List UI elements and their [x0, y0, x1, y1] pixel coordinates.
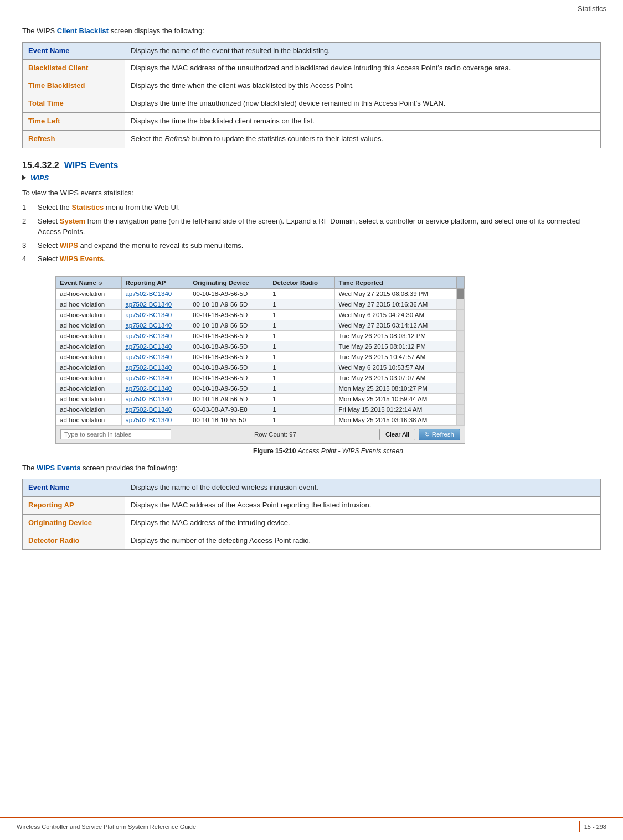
column-header-event-name[interactable]: Event Name⊙: [56, 277, 122, 288]
footer-page-number: 15 - 298: [584, 823, 606, 830]
footer-right: 15 - 298: [579, 818, 606, 832]
cell-0: ad-hoc-violation: [56, 393, 122, 404]
footer-divider: [579, 821, 580, 832]
cell-0: ad-hoc-violation: [56, 404, 122, 414]
column-header-time-reported[interactable]: Time Reported: [335, 277, 457, 288]
step-item: 2Select System from the navigation pane …: [22, 216, 601, 237]
cell-3: 1: [269, 393, 335, 404]
ap-link[interactable]: ap7502-BC1340: [122, 330, 189, 341]
cell-3: 1: [269, 330, 335, 341]
ap-link[interactable]: ap7502-BC1340: [122, 288, 189, 299]
ap-link[interactable]: ap7502-BC1340: [122, 320, 189, 330]
column-header-originating-device[interactable]: Originating Device: [189, 277, 269, 288]
wips-link-text[interactable]: WIPS: [30, 174, 49, 182]
ap-link[interactable]: ap7502-BC1340: [122, 414, 189, 425]
ap-link[interactable]: ap7502-BC1340: [122, 393, 189, 404]
table-row: ad-hoc-violationap7502-BC134000-10-18-A9…: [56, 383, 465, 393]
column-header-detector-radio[interactable]: Detector Radio: [269, 277, 335, 288]
cell-0: ad-hoc-violation: [56, 362, 122, 372]
table-row: ad-hoc-violationap7502-BC134000-10-18-A9…: [56, 330, 465, 341]
cell-2: 00-10-18-A9-56-5D: [189, 341, 269, 351]
cell-3: 1: [269, 383, 335, 393]
header-title: Statistics: [578, 4, 606, 13]
refresh-button[interactable]: ↻ Refresh: [419, 429, 460, 440]
step-item: 4Select WIPS Events.: [22, 253, 601, 265]
scrollbar-cell: [457, 341, 465, 351]
page-footer: Wireless Controller and Service Platform…: [0, 817, 623, 832]
cell-3: 1: [269, 372, 335, 383]
wips-events-table: Event NameDisplays the name of the detec…: [22, 479, 601, 549]
table-row: ad-hoc-violationap7502-BC134000-10-18-A9…: [56, 372, 465, 383]
ap-link[interactable]: ap7502-BC1340: [122, 404, 189, 414]
scrollbar-cell: [457, 404, 465, 414]
search-input[interactable]: [60, 429, 171, 439]
column-header-reporting-ap[interactable]: Reporting AP: [122, 277, 189, 288]
intro-paragraph: The WIPS Client Blacklist screen display…: [22, 25, 601, 37]
table-row: ad-hoc-violationap7502-BC134000-10-18-10…: [56, 414, 465, 425]
cell-4: Wed May 27 2015 10:16:36 AM: [335, 299, 457, 309]
cell-3: 1: [269, 414, 335, 425]
cell-4: Wed May 27 2015 03:14:12 AM: [335, 320, 457, 330]
cell-2: 00-10-18-A9-56-5D: [189, 288, 269, 299]
scrollbar-cell: [457, 383, 465, 393]
figure-caption: Figure 15-210 Access Point - WIPS Events…: [55, 447, 601, 455]
cell-3: 1: [269, 320, 335, 330]
cell-3: 1: [269, 341, 335, 351]
cell-4: Mon May 25 2015 08:10:27 PM: [335, 383, 457, 393]
cell-2: 00-10-18-A9-56-5D: [189, 320, 269, 330]
step-item: 3Select WIPS and expand the menu to reve…: [22, 240, 601, 251]
cell-2: 00-10-18-A9-56-5D: [189, 383, 269, 393]
ap-link[interactable]: ap7502-BC1340: [122, 299, 189, 309]
scrollbar-cell: [457, 351, 465, 362]
section-heading: 15.4.32.2 WIPS Events: [22, 160, 601, 170]
clear-all-button[interactable]: Clear All: [379, 429, 415, 440]
sort-icon[interactable]: ⊙: [98, 281, 102, 286]
scrollbar-header: [457, 277, 465, 288]
cell-2: 00-10-18-A9-56-5D: [189, 299, 269, 309]
cell-4: Tue May 26 2015 08:03:12 PM: [335, 330, 457, 341]
ap-link[interactable]: ap7502-BC1340: [122, 372, 189, 383]
ap-link[interactable]: ap7502-BC1340: [122, 309, 189, 320]
arrow-icon: [22, 175, 26, 180]
cell-3: 1: [269, 351, 335, 362]
cell-0: ad-hoc-violation: [56, 341, 122, 351]
client-blacklist-link[interactable]: Client Blacklist: [57, 27, 109, 35]
scrollbar-cell: [457, 320, 465, 330]
cell-0: ad-hoc-violation: [56, 351, 122, 362]
cell-3: 1: [269, 309, 335, 320]
wips-events-intro: The WIPS Events screen provides the foll…: [22, 463, 601, 474]
scrollbar-cell: [457, 330, 465, 341]
cell-3: 1: [269, 362, 335, 372]
ap-link[interactable]: ap7502-BC1340: [122, 341, 189, 351]
cell-2: 00-10-18-A9-56-5D: [189, 309, 269, 320]
table-row: ad-hoc-violationap7502-BC134060-03-08-A7…: [56, 404, 465, 414]
cell-2: 00-10-18-10-55-50: [189, 414, 269, 425]
cell-4: Tue May 26 2015 03:07:07 AM: [335, 372, 457, 383]
wips-events-link[interactable]: WIPS Events: [37, 464, 80, 472]
cell-4: Fri May 15 2015 01:22:14 AM: [335, 404, 457, 414]
cell-2: 60-03-08-A7-93-E0: [189, 404, 269, 414]
page-header: Statistics: [0, 0, 623, 15]
ap-link[interactable]: ap7502-BC1340: [122, 383, 189, 393]
step-item: 1Select the Statistics menu from the Web…: [22, 202, 601, 213]
ap-link[interactable]: ap7502-BC1340: [122, 362, 189, 372]
scrollbar-cell: [457, 299, 465, 309]
scrollbar-cell: [457, 393, 465, 404]
cell-0: ad-hoc-violation: [56, 383, 122, 393]
refresh-icon: ↻: [425, 431, 430, 438]
row-count-label: Row Count: 97: [254, 431, 296, 438]
cell-4: Mon May 25 2015 10:59:44 AM: [335, 393, 457, 404]
cell-3: 1: [269, 404, 335, 414]
table-row: ad-hoc-violationap7502-BC134000-10-18-A9…: [56, 288, 465, 299]
table-footer: Row Count: 97 Clear All ↻ Refresh: [56, 426, 465, 443]
footer-left-text: Wireless Controller and Service Platform…: [17, 820, 196, 830]
cell-2: 00-10-18-A9-56-5D: [189, 362, 269, 372]
ap-link[interactable]: ap7502-BC1340: [122, 351, 189, 362]
cell-4: Mon May 25 2015 03:16:38 AM: [335, 414, 457, 425]
table-row: ad-hoc-violationap7502-BC134000-10-18-A9…: [56, 393, 465, 404]
cell-0: ad-hoc-violation: [56, 309, 122, 320]
table-row: ad-hoc-violationap7502-BC134000-10-18-A9…: [56, 299, 465, 309]
blacklist-info-table: Event NameDisplays the name of the event…: [22, 42, 601, 148]
scrollbar-cell: [457, 414, 465, 425]
wips-events-screenshot: Event Name⊙Reporting APOriginating Devic…: [55, 276, 465, 444]
